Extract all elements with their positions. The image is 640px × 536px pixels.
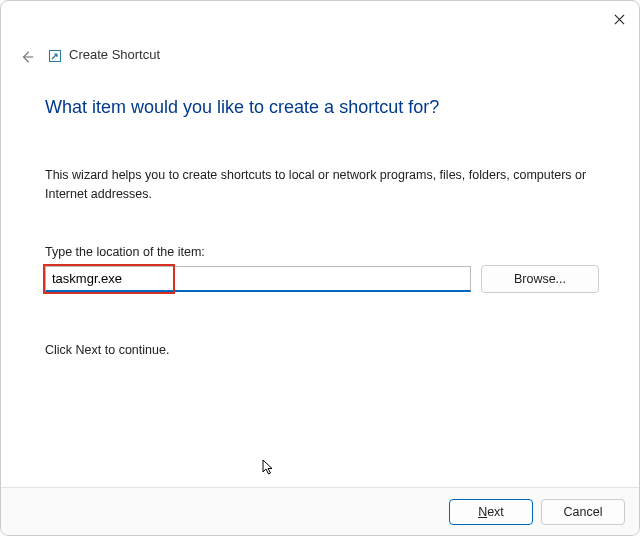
back-button[interactable] bbox=[17, 47, 37, 67]
location-input[interactable] bbox=[45, 266, 471, 292]
shortcut-icon bbox=[49, 50, 61, 62]
close-button[interactable] bbox=[605, 5, 633, 33]
next-button[interactable]: Next bbox=[449, 499, 533, 525]
mouse-cursor-icon bbox=[262, 459, 276, 481]
browse-button[interactable]: Browse... bbox=[481, 265, 599, 293]
wizard-footer: Next Cancel bbox=[1, 487, 639, 535]
wizard-heading: What item would you like to create a sho… bbox=[45, 97, 599, 118]
wizard-description: This wizard helps you to create shortcut… bbox=[45, 166, 599, 205]
window-title: Create Shortcut bbox=[69, 47, 160, 62]
back-arrow-icon bbox=[20, 50, 34, 64]
location-row: Browse... bbox=[45, 265, 599, 293]
continue-text: Click Next to continue. bbox=[45, 343, 599, 357]
create-shortcut-wizard: Create Shortcut What item would you like… bbox=[0, 0, 640, 536]
cancel-button[interactable]: Cancel bbox=[541, 499, 625, 525]
location-label: Type the location of the item: bbox=[45, 245, 599, 259]
wizard-content: What item would you like to create a sho… bbox=[45, 97, 599, 357]
close-icon bbox=[614, 14, 625, 25]
location-input-wrapper bbox=[45, 266, 471, 292]
